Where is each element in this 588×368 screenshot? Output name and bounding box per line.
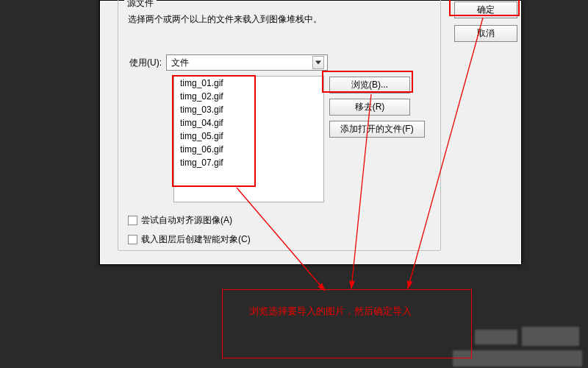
list-item[interactable]: timg_05.gif bbox=[174, 130, 323, 143]
description-text: 选择两个或两个以上的文件来载入到图像堆栈中。 bbox=[128, 13, 322, 26]
use-combobox[interactable]: 文件 bbox=[166, 54, 328, 71]
list-item[interactable]: timg_06.gif bbox=[174, 143, 323, 156]
list-item[interactable]: timg_07.gif bbox=[174, 156, 323, 169]
use-combobox-value: 文件 bbox=[171, 57, 189, 69]
chevron-down-icon bbox=[312, 56, 324, 69]
fieldset-legend: 源文件 bbox=[124, 0, 157, 10]
annotation-tip-box: 浏览选择要导入的图片，然后确定导入 bbox=[222, 289, 472, 358]
use-row: 使用(U): 文件 bbox=[129, 54, 328, 71]
list-item[interactable]: timg_02.gif bbox=[174, 90, 323, 103]
list-item[interactable]: timg_03.gif bbox=[174, 103, 323, 116]
auto-align-label: 尝试自动对齐源图像(A) bbox=[141, 214, 232, 227]
browse-button[interactable]: 浏览(B)... bbox=[329, 77, 410, 93]
smart-object-checkbox-row[interactable]: 载入图层后创建智能对象(C) bbox=[128, 233, 251, 246]
checkbox-icon[interactable] bbox=[128, 216, 137, 225]
add-open-files-button[interactable]: 添加打开的文件(F) bbox=[329, 121, 425, 138]
cancel-button[interactable]: 取消 bbox=[454, 25, 517, 42]
censored-block bbox=[453, 350, 582, 367]
censored-block bbox=[522, 327, 579, 346]
remove-button[interactable]: 移去(R) bbox=[329, 99, 410, 116]
censored-block bbox=[475, 330, 517, 344]
annotation-tip-text: 浏览选择要导入的图片，然后确定导入 bbox=[249, 305, 412, 316]
list-item[interactable]: timg_04.gif bbox=[174, 116, 323, 130]
use-label: 使用(U): bbox=[129, 57, 162, 69]
checkbox-icon[interactable] bbox=[128, 235, 137, 244]
file-list[interactable]: timg_01.gif timg_02.gif timg_03.gif timg… bbox=[173, 76, 324, 202]
list-item[interactable]: timg_01.gif bbox=[174, 77, 323, 90]
ok-button[interactable]: 确定 bbox=[454, 1, 517, 18]
smart-object-label: 载入图层后创建智能对象(C) bbox=[141, 233, 251, 246]
auto-align-checkbox-row[interactable]: 尝试自动对齐源图像(A) bbox=[128, 214, 232, 227]
dialog-window: 源文件 选择两个或两个以上的文件来载入到图像堆栈中。 使用(U): 文件 tim… bbox=[99, 0, 522, 265]
